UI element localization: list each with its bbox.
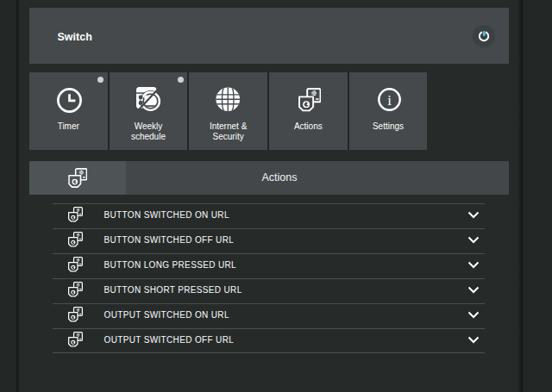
svg-text:i: i [387, 92, 392, 109]
